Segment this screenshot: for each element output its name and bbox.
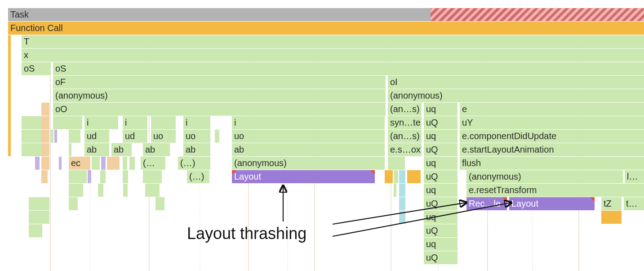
flame-bar[interactable] <box>54 130 57 143</box>
flame-bar[interactable]: uQ <box>424 143 457 156</box>
flame-bar[interactable] <box>29 224 42 237</box>
flame-bar[interactable]: ab <box>111 143 132 156</box>
flame-bar[interactable] <box>41 103 49 116</box>
flame-bar[interactable] <box>399 184 405 197</box>
flame-bar[interactable]: ud <box>84 130 109 143</box>
flame-bar[interactable]: (…) <box>178 157 210 170</box>
flame-bar[interactable]: ab <box>232 143 385 156</box>
flame-bar[interactable]: ab <box>143 143 170 156</box>
flame-bar[interactable] <box>399 170 405 183</box>
flame-bar[interactable] <box>41 116 49 129</box>
flame-bar[interactable]: l… <box>625 170 644 183</box>
flame-bar[interactable] <box>155 197 164 210</box>
flame-bar[interactable]: uo <box>151 130 176 143</box>
flame-bar[interactable] <box>69 143 71 156</box>
flame-bar[interactable]: oF <box>53 76 386 89</box>
flame-chart[interactable]: Task Function Call T x oS oS oF oI (anon… <box>8 8 644 271</box>
flame-bar[interactable]: ab <box>183 143 210 156</box>
flame-bar[interactable] <box>41 157 49 170</box>
flame-bar[interactable]: (…) <box>187 170 209 183</box>
flame-bar[interactable] <box>388 157 405 170</box>
flame-bar[interactable]: (an…s) <box>388 130 422 143</box>
flame-bar[interactable]: uQ <box>424 251 457 264</box>
flame-bar[interactable] <box>88 170 91 183</box>
flame-bar[interactable] <box>53 116 82 129</box>
flame-bar[interactable]: (anonymous) <box>388 89 644 102</box>
flame-bar[interactable]: t… <box>624 197 644 210</box>
flame-bar[interactable]: uq <box>424 103 457 116</box>
flame-bar[interactable] <box>407 170 421 183</box>
flame-bar[interactable]: uY <box>460 116 644 129</box>
flame-bar-recalc-style[interactable]: Rec…le <box>466 197 507 210</box>
flame-bar-layout[interactable]: Layout <box>232 170 375 183</box>
flame-bar[interactable]: (anonymous) <box>466 170 623 183</box>
flame-bar[interactable]: i <box>232 116 385 129</box>
flame-bar[interactable]: uq <box>424 157 457 170</box>
flame-bar-sliver[interactable] <box>8 35 11 156</box>
flame-bar[interactable]: i <box>84 116 118 129</box>
flame-bar[interactable]: uo <box>183 130 210 143</box>
flame-bar[interactable]: i <box>183 116 210 129</box>
flame-bar[interactable] <box>123 184 128 197</box>
flame-bar[interactable] <box>41 170 48 183</box>
flame-bar[interactable]: flush <box>460 157 644 170</box>
flame-bar[interactable] <box>107 157 120 170</box>
flame-bar[interactable] <box>151 116 176 129</box>
flame-bar[interactable] <box>51 130 53 143</box>
flame-bar[interactable] <box>69 197 78 210</box>
flame-bar[interactable] <box>394 170 398 183</box>
flame-bar[interactable] <box>129 157 135 170</box>
flame-bar[interactable] <box>22 130 44 143</box>
flame-bar[interactable]: T <box>22 35 644 48</box>
flame-bar[interactable]: i <box>123 116 147 129</box>
flame-bar[interactable] <box>385 170 393 183</box>
flame-bar[interactable] <box>59 157 62 170</box>
flame-bar[interactable] <box>29 197 49 210</box>
flame-bar[interactable] <box>123 170 128 183</box>
flame-bar[interactable]: uq <box>424 211 457 224</box>
flame-bar[interactable] <box>100 170 106 183</box>
flame-bar[interactable] <box>29 211 49 224</box>
flame-bar[interactable]: oS <box>22 62 51 75</box>
flame-bar[interactable]: e <box>460 103 644 116</box>
flame-bar[interactable]: x <box>22 49 644 62</box>
flame-bar[interactable]: syn…te <box>388 116 422 129</box>
flame-bar[interactable] <box>92 157 100 170</box>
flame-bar[interactable]: ec <box>69 157 90 170</box>
flame-bar[interactable] <box>22 143 44 156</box>
flame-bar-task[interactable]: Task <box>8 8 644 21</box>
flame-bar[interactable]: uq <box>424 184 457 197</box>
flame-bar-layout[interactable]: Layout <box>509 197 595 210</box>
flame-bar[interactable] <box>145 184 160 197</box>
flame-bar[interactable]: uq <box>424 130 457 143</box>
flame-bar[interactable]: uQ <box>424 224 457 237</box>
flame-bar[interactable]: ab <box>84 143 109 156</box>
flame-bar[interactable]: uQ <box>424 116 457 129</box>
flame-bar[interactable]: ud <box>123 130 147 143</box>
flame-bar[interactable] <box>69 170 87 183</box>
flame-bar[interactable]: uQ <box>424 197 457 210</box>
flame-bar[interactable] <box>98 184 103 197</box>
flame-bar[interactable]: e.s…ox <box>388 143 422 156</box>
flame-bar-function-call[interactable]: Function Call <box>8 22 644 35</box>
flame-bar[interactable] <box>69 184 83 197</box>
flame-bar[interactable] <box>69 130 80 143</box>
flame-bar[interactable]: tZ <box>601 197 622 210</box>
flame-bar[interactable] <box>143 170 162 183</box>
flame-bar[interactable] <box>41 130 49 143</box>
flame-bar[interactable] <box>123 157 127 170</box>
flame-bar[interactable]: uo <box>232 130 385 143</box>
flame-bar[interactable] <box>101 157 106 170</box>
flame-bar[interactable]: (anonymous) <box>232 157 385 170</box>
flame-bar[interactable]: e.resetTransform <box>466 184 644 197</box>
flame-bar[interactable] <box>399 197 405 210</box>
flame-bar[interactable]: (an…s) <box>388 103 422 116</box>
flame-bar[interactable] <box>215 130 219 143</box>
flame-bar[interactable] <box>41 143 49 156</box>
flame-bar[interactable] <box>22 116 44 129</box>
flame-bar[interactable]: uq <box>424 238 457 251</box>
flame-bar[interactable]: (anonymous) <box>53 89 386 102</box>
flame-bar[interactable]: e.componentDidUpdate <box>460 130 644 143</box>
flame-bar[interactable] <box>35 157 40 170</box>
flame-bar[interactable]: uQ <box>424 170 457 183</box>
